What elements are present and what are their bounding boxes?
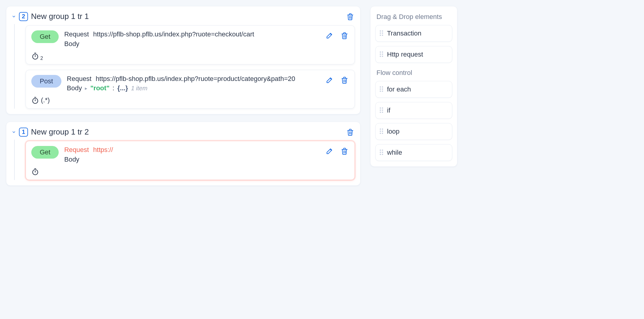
palette-item-label: Http request: [387, 51, 423, 58]
palette-item-transaction[interactable]: Transaction: [375, 25, 452, 42]
palette-item-label: loop: [387, 128, 400, 135]
group-header: 2 New group 1 tr 1: [12, 11, 355, 24]
group-card: 2 New group 1 tr 1 Get Request https://p…: [6, 6, 361, 114]
request-url: https://pflb-shop.pflb.us/index.php?ruot…: [93, 30, 254, 38]
edit-request-button[interactable]: [325, 147, 334, 156]
drag-handle-icon[interactable]: [380, 51, 384, 57]
request-text: Request https://pflb-shop.pflb.us/index.…: [67, 74, 320, 92]
main-column: 2 New group 1 tr 1 Get Request https://p…: [6, 6, 361, 186]
palette-card: Drag & Drop elements Transaction Http re…: [370, 6, 457, 167]
drag-handle-icon[interactable]: [380, 86, 384, 92]
edit-request-button[interactable]: [325, 31, 334, 40]
palette-item-foreach[interactable]: for each: [375, 81, 452, 98]
http-method-badge: Post: [31, 75, 61, 88]
timer-icon: [31, 52, 39, 60]
sidebar: Drag & Drop elements Transaction Http re…: [370, 6, 457, 186]
delete-request-button[interactable]: [340, 76, 349, 85]
palette-item-loop[interactable]: loop: [375, 123, 452, 140]
body-key: "root": [90, 84, 110, 92]
chevron-down-icon[interactable]: [12, 130, 16, 134]
group-card: 1 New group 1 tr 2 Get Request https://: [6, 122, 361, 186]
drag-handle-icon[interactable]: [380, 129, 384, 135]
request-url: https://: [93, 146, 113, 153]
body-label: Body: [67, 84, 82, 92]
palette-item-label: while: [387, 149, 402, 156]
timer-subscript: 2: [40, 56, 43, 61]
request-label: Request: [64, 30, 89, 38]
expand-caret-icon[interactable]: ▸: [85, 85, 87, 91]
palette-item-label: for each: [387, 85, 411, 93]
request-text: Request https:// Body: [64, 145, 320, 163]
request-footer: (.*): [31, 96, 349, 104]
http-method-badge: Get: [31, 30, 59, 43]
palette-item-http-request[interactable]: Http request: [375, 46, 452, 63]
timer-icon: [31, 96, 39, 104]
http-method-badge: Get: [31, 146, 59, 159]
palette-heading-flow: Flow control: [375, 67, 452, 81]
group-body: Get Request https:// Body: [14, 140, 355, 180]
request-footer: 2: [31, 52, 349, 60]
drag-handle-icon[interactable]: [380, 150, 384, 156]
drag-handle-icon[interactable]: [380, 107, 384, 113]
request-label: Request: [67, 75, 91, 82]
request-card[interactable]: Post Request https://pflb-shop.pflb.us/i…: [26, 70, 355, 109]
request-card[interactable]: Get Request https://pflb-shop.pflb.us/in…: [26, 25, 355, 64]
footer-regex-text: (.*): [41, 96, 50, 104]
delete-group-button[interactable]: [346, 128, 355, 137]
group-body: Get Request https://pflb-shop.pflb.us/in…: [14, 24, 355, 109]
group-count-badge: 1: [19, 128, 28, 137]
body-brace: {...}: [117, 84, 128, 92]
palette-item-if[interactable]: if: [375, 102, 452, 119]
group-title: New group 1 tr 2: [31, 127, 343, 137]
palette-item-label: if: [387, 107, 390, 114]
request-text: Request https://pflb-shop.pflb.us/index.…: [64, 30, 320, 48]
timer-icon: [31, 168, 39, 175]
delete-request-button[interactable]: [340, 31, 349, 40]
group-title: New group 1 tr 1: [31, 12, 343, 21]
request-card-error[interactable]: Get Request https:// Body: [26, 141, 355, 180]
group-header: 1 New group 1 tr 2: [12, 126, 355, 140]
palette-heading-elements: Drag & Drop elements: [375, 11, 452, 25]
drag-handle-icon[interactable]: [380, 30, 384, 36]
body-label: Body: [64, 40, 79, 48]
delete-group-button[interactable]: [346, 12, 355, 21]
request-footer: [31, 168, 349, 175]
palette-item-while[interactable]: while: [375, 144, 452, 161]
delete-request-button[interactable]: [340, 147, 349, 156]
body-item-count: 1 item: [131, 85, 147, 92]
request-label: Request: [64, 146, 89, 153]
palette-item-label: Transaction: [387, 29, 421, 37]
request-url: https://pflb-shop.pflb.us/index.php?ruot…: [96, 75, 295, 82]
group-count-badge: 2: [19, 12, 28, 21]
body-label: Body: [64, 156, 79, 163]
chevron-down-icon[interactable]: [12, 14, 16, 19]
edit-request-button[interactable]: [325, 76, 334, 85]
